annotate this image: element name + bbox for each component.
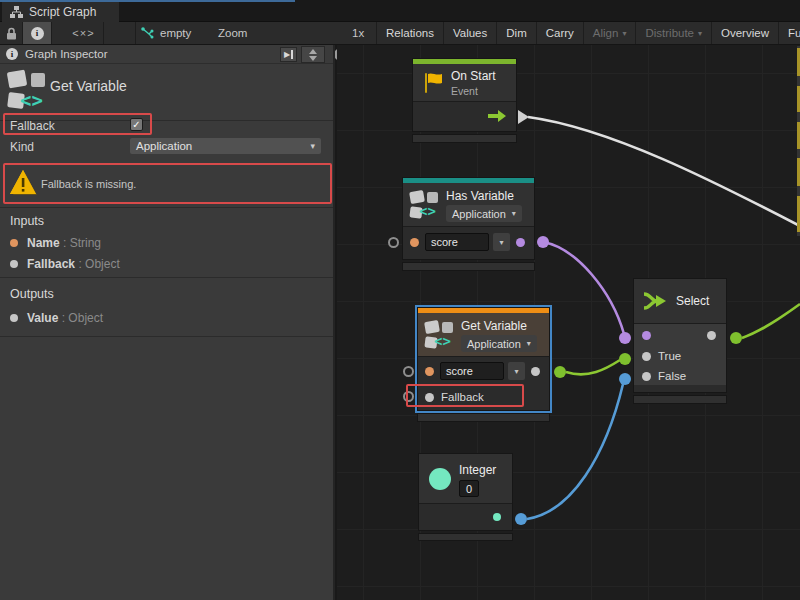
- port-dot-icon: [10, 314, 18, 322]
- input-row-name: Name : String: [10, 236, 101, 250]
- node-footer: [633, 395, 727, 404]
- select-false-port[interactable]: [619, 373, 631, 385]
- graph-breadcrumb[interactable]: empty: [141, 22, 191, 44]
- preview-code-button[interactable]: <×>: [64, 22, 104, 44]
- node-footer: [412, 134, 517, 143]
- node-header: <> Get Variable Application ▾: [418, 313, 549, 357]
- lock-button[interactable]: [6, 22, 17, 44]
- control-out-arrow-icon: [488, 109, 508, 123]
- node-has-variable[interactable]: <> Has Variable Application ▾ score ▾: [402, 177, 535, 260]
- divider: [0, 336, 333, 337]
- variable-name-dropdown[interactable]: ▾: [508, 362, 525, 380]
- variable-name-field[interactable]: score: [440, 362, 504, 380]
- window-tab-bar: Script Graph ⋮ □ ✕: [0, 0, 800, 22]
- false-input-dot[interactable]: [642, 372, 651, 381]
- select-true-port[interactable]: [619, 353, 631, 365]
- fallback-port-annotation-box: [406, 384, 524, 407]
- chevron-down-icon: ▾: [512, 209, 516, 218]
- info-icon: i: [31, 27, 44, 40]
- output-row-value: Value : Object: [10, 311, 103, 325]
- relations-button[interactable]: Relations: [376, 22, 443, 44]
- chevron-down-icon: ▾: [527, 339, 531, 348]
- input-row-fallback: Fallback : Object: [10, 257, 120, 271]
- chevron-down-icon: ▾: [499, 238, 503, 247]
- selection-output-dot[interactable]: [707, 331, 716, 340]
- true-input-dot[interactable]: [642, 352, 651, 361]
- value-output-dot[interactable]: [531, 367, 540, 376]
- variable-node-icon: <>: [425, 320, 457, 352]
- variable-node-icon: <>: [410, 190, 442, 222]
- tab-script-graph[interactable]: Script Graph: [2, 2, 119, 22]
- zoom-value: 1x: [352, 22, 364, 44]
- variable-name-field[interactable]: score: [425, 233, 489, 251]
- node-title: On Start: [451, 69, 496, 83]
- fallback-annotation-box: [3, 113, 152, 135]
- input-type: : Object: [78, 257, 119, 271]
- kind-field-label: Kind: [10, 140, 34, 154]
- chevron-down-icon: ▾: [514, 367, 518, 376]
- scroll-down-icon: [309, 56, 317, 61]
- has-variable-output-port[interactable]: [537, 236, 549, 248]
- node-body: [419, 504, 512, 530]
- divider: [0, 277, 333, 278]
- inspected-node-title: Get Variable: [50, 78, 127, 94]
- graph-inspector-panel: i Graph Inspector ▶ <> Get Variable Fall…: [0, 45, 335, 600]
- graph-canvas[interactable]: [337, 45, 800, 600]
- kind-dropdown[interactable]: Application ▾: [130, 138, 321, 154]
- result-output-dot[interactable]: [516, 238, 525, 247]
- condition-input-dot[interactable]: [642, 331, 651, 340]
- kind-dropdown-value: Application: [136, 140, 192, 152]
- divider: [0, 207, 333, 208]
- graph-inspector-title: Graph Inspector: [25, 48, 107, 60]
- chevron-down-icon: ▾: [698, 29, 702, 38]
- node-body: True False: [634, 324, 726, 385]
- node-on-start[interactable]: On Start Event: [412, 58, 517, 132]
- name-input-port[interactable]: [425, 367, 434, 376]
- breadcrumb-label: empty: [160, 27, 191, 39]
- kind-dropdown[interactable]: Application ▾: [446, 205, 522, 222]
- node-footer: [418, 533, 513, 541]
- dim-button[interactable]: Dim: [496, 22, 535, 44]
- node-subtitle: Event: [451, 85, 478, 97]
- integer-output-dot[interactable]: [493, 513, 501, 521]
- variable-name-dropdown[interactable]: ▾: [493, 233, 510, 251]
- full-screen-button[interactable]: Full Screen: [778, 22, 800, 44]
- name-input-port[interactable]: [410, 238, 419, 247]
- get-variable-output-port[interactable]: [554, 366, 566, 378]
- input-name: Fallback: [27, 257, 75, 271]
- dock-panel-button[interactable]: ▶: [280, 47, 297, 62]
- node-header: Integer 0: [419, 454, 512, 504]
- zoom-label: Zoom: [218, 22, 247, 44]
- align-button[interactable]: Align▾: [583, 22, 636, 44]
- panel-scroll-spinner[interactable]: [301, 46, 325, 63]
- unconnected-input-port[interactable]: [388, 237, 399, 248]
- code-icon: <×>: [72, 27, 94, 39]
- node-integer[interactable]: Integer 0: [418, 453, 513, 531]
- graph-toolbar: i <×> empty Zoom 1x Relations Values Dim…: [0, 22, 800, 45]
- values-button[interactable]: Values: [443, 22, 496, 44]
- integer-output-port[interactable]: [515, 513, 527, 525]
- node-body: score ▾: [403, 227, 534, 259]
- kind-dropdown[interactable]: Application ▾: [461, 335, 537, 352]
- integer-value-field[interactable]: 0: [459, 480, 479, 497]
- port-dot-icon: [10, 260, 18, 268]
- node-body: [413, 102, 516, 131]
- inspector-toggle-button[interactable]: i: [22, 22, 52, 44]
- select-condition-port[interactable]: [619, 332, 631, 344]
- node-footer: [417, 413, 550, 422]
- kind-value: Application: [467, 338, 521, 350]
- node-select[interactable]: Select True False: [633, 278, 727, 393]
- warning-text: Fallback is missing.: [41, 178, 136, 190]
- distribute-button[interactable]: Distribute▾: [635, 22, 711, 44]
- carry-button[interactable]: Carry: [536, 22, 583, 44]
- input-name: Name: [27, 236, 60, 250]
- chevron-down-icon: ▾: [622, 29, 626, 38]
- overview-button[interactable]: Overview: [711, 22, 778, 44]
- control-output-port[interactable]: [518, 110, 529, 124]
- variable-name-value: score: [446, 365, 473, 377]
- variable-name-value: score: [431, 236, 458, 248]
- lock-icon: [6, 27, 17, 40]
- input-type: : String: [63, 236, 101, 250]
- unconnected-input-port[interactable]: [403, 366, 414, 377]
- select-output-port[interactable]: [730, 332, 742, 344]
